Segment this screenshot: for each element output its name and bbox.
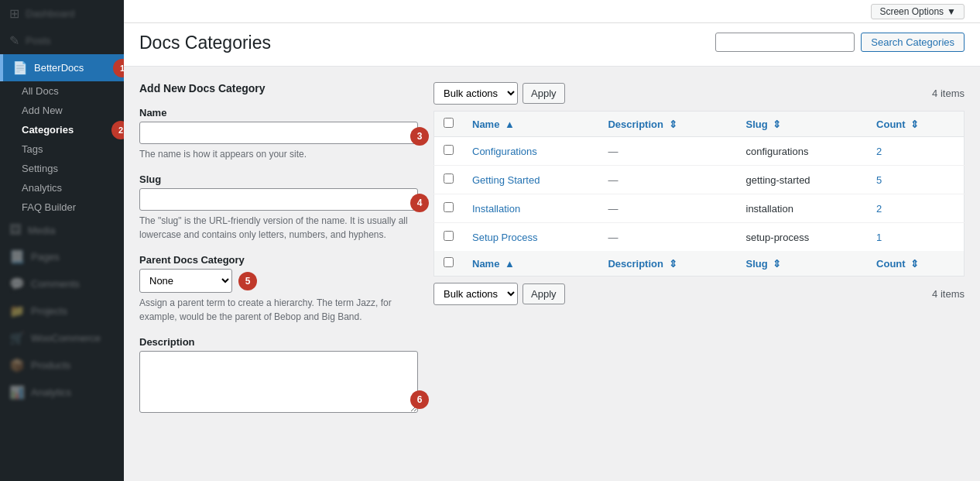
slug-footer-label: Slug: [746, 258, 768, 270]
row-slug-cell: installation: [737, 194, 868, 223]
categories-table: Name ▲ Description ⇕ Slug ⇕ Count: [433, 111, 965, 277]
row-name-cell: Getting Started: [463, 166, 598, 194]
top-bulk-actions-select[interactable]: Bulk actions: [433, 82, 518, 105]
category-name-link[interactable]: Installation: [472, 203, 520, 215]
sidebar-item-analytics[interactable]: Analytics: [0, 178, 124, 198]
bottom-bulk-actions-select[interactable]: Bulk actions: [433, 283, 518, 305]
page-title: Docs Categories: [139, 33, 271, 53]
row-name-cell: Installation: [463, 194, 598, 223]
row-count-cell: 5: [867, 166, 964, 194]
row-slug-value: installation: [746, 203, 793, 215]
description-textarea[interactable]: [139, 351, 418, 413]
table-row: Installation — installation 2: [434, 194, 965, 223]
woocommerce-icon: 🛒: [9, 331, 25, 345]
row-count-link[interactable]: 1: [876, 232, 882, 243]
table-row: Getting Started — getting-started 5: [434, 166, 965, 194]
table-footer-row: Name ▲ Description ⇕ Slug ⇕ Count: [434, 251, 965, 277]
name-column-header[interactable]: Name ▲: [463, 112, 598, 137]
row-description-cell: —: [598, 194, 736, 223]
select-all-checkbox[interactable]: [444, 118, 454, 128]
sidebar-item-tags[interactable]: Tags: [0, 139, 124, 159]
top-bar: Screen Options ▼: [124, 0, 980, 23]
sidebar-item-label: BetterDocs: [34, 62, 84, 74]
annotation-1: 1: [113, 59, 124, 77]
name-footer-label: Name: [472, 258, 499, 270]
screen-options-label: Screen Options: [879, 6, 944, 17]
row-count-link[interactable]: 2: [876, 203, 882, 215]
sidebar-item-analytics2[interactable]: 📊 Analytics: [0, 379, 124, 406]
category-name-link[interactable]: Getting Started: [472, 174, 540, 186]
betterdocs-icon: 📄: [12, 60, 28, 75]
row-slug-value: configurations: [746, 146, 809, 157]
name-input[interactable]: [139, 122, 418, 144]
bottom-toolbar: Bulk actions Apply 4 items: [433, 283, 965, 305]
sidebar-item-products[interactable]: 📦 Products: [0, 352, 124, 379]
row-checkbox-cell: [434, 194, 464, 223]
bottom-bulk-actions-wrap: Bulk actions Apply: [433, 283, 565, 305]
name-hint: The name is how it appears on your site.: [139, 147, 418, 161]
search-categories-button[interactable]: Search Categories: [861, 33, 965, 52]
analytics-icon: 📊: [9, 385, 25, 400]
table-row: Configurations — configurations 2: [434, 137, 965, 166]
parent-select[interactable]: None: [139, 269, 232, 293]
description-column-label: Description: [608, 119, 663, 130]
count-footer-sort-icon: ⇕: [910, 258, 919, 270]
comments-icon: 💬: [9, 277, 25, 291]
dashboard-icon: ⊞: [9, 6, 19, 21]
sidebar-item-comments[interactable]: 💬 Comments: [0, 270, 124, 297]
row-checkbox[interactable]: [444, 145, 454, 155]
media-icon: 🖼: [9, 223, 22, 237]
slug-column-label: Slug: [746, 119, 768, 130]
form-title: Add New Docs Category: [139, 82, 418, 94]
row-count-cell: 2: [867, 194, 964, 223]
screen-options-button[interactable]: Screen Options ▼: [871, 4, 965, 19]
posts-icon: ✎: [9, 33, 19, 48]
row-checkbox-cell: [434, 223, 464, 252]
select-all-footer-column: [434, 251, 464, 277]
parent-field-group: Parent Docs Category None 5 Assign a par…: [139, 254, 418, 324]
bottom-apply-button[interactable]: Apply: [523, 283, 565, 304]
slug-column-header[interactable]: Slug ⇕: [737, 112, 868, 137]
sidebar-item-all-docs[interactable]: All Docs: [0, 81, 124, 101]
row-count-link[interactable]: 5: [876, 174, 882, 186]
sidebar-item-betterdocs[interactable]: 📄 BetterDocs 1: [0, 54, 124, 81]
count-footer-column[interactable]: Count ⇕: [867, 251, 964, 277]
count-footer-label: Count: [876, 258, 906, 270]
name-column-label: Name: [472, 119, 499, 130]
sidebar-item-faq-builder[interactable]: FAQ Builder: [0, 198, 124, 217]
count-column-header[interactable]: Count ⇕: [867, 112, 964, 137]
row-description-value: —: [608, 146, 618, 157]
sidebar-item-categories[interactable]: Categories 2: [0, 120, 124, 139]
row-count-cell: 1: [867, 223, 964, 252]
parent-hint: Assign a parent term to create a hierarc…: [139, 296, 418, 324]
row-checkbox[interactable]: [444, 174, 454, 184]
row-description-cell: —: [598, 223, 736, 252]
row-checkbox[interactable]: [444, 231, 454, 241]
projects-icon: 📁: [9, 304, 25, 318]
sidebar-item-posts[interactable]: ✎ Posts: [0, 27, 124, 54]
slug-footer-column[interactable]: Slug ⇕: [737, 251, 868, 277]
category-name-link[interactable]: Configurations: [472, 146, 537, 157]
description-column-header[interactable]: Description ⇕: [598, 112, 736, 137]
sidebar-item-dashboard[interactable]: ⊞ Dashboard: [0, 0, 124, 27]
row-count-link[interactable]: 2: [876, 146, 882, 157]
sidebar-item-woocommerce[interactable]: 🛒 WooCommerce: [0, 325, 124, 352]
sidebar-item-projects[interactable]: 📁 Projects: [0, 297, 124, 325]
slug-footer-sort-icon: ⇕: [773, 258, 781, 270]
description-footer-column[interactable]: Description ⇕: [598, 251, 736, 277]
sidebar-item-settings[interactable]: Settings: [0, 159, 124, 178]
slug-sort-icon: ⇕: [773, 119, 781, 130]
row-slug-cell: setup-process: [737, 223, 868, 252]
select-all-footer-checkbox[interactable]: [444, 257, 454, 267]
name-footer-column[interactable]: Name ▲: [463, 251, 598, 277]
sidebar-item-label: Pages: [31, 251, 60, 263]
slug-hint: The "slug" is the URL-friendly version o…: [139, 214, 418, 242]
sidebar-item-add-new[interactable]: Add New: [0, 101, 124, 120]
slug-input[interactable]: [139, 188, 418, 211]
top-apply-button[interactable]: Apply: [523, 83, 565, 104]
category-name-link[interactable]: Setup Process: [472, 232, 538, 243]
sidebar-item-media[interactable]: 🖼 Media: [0, 217, 124, 243]
sidebar-item-pages[interactable]: 📃 Pages: [0, 243, 124, 270]
search-categories-input[interactable]: [715, 33, 855, 52]
row-checkbox[interactable]: [444, 202, 454, 212]
